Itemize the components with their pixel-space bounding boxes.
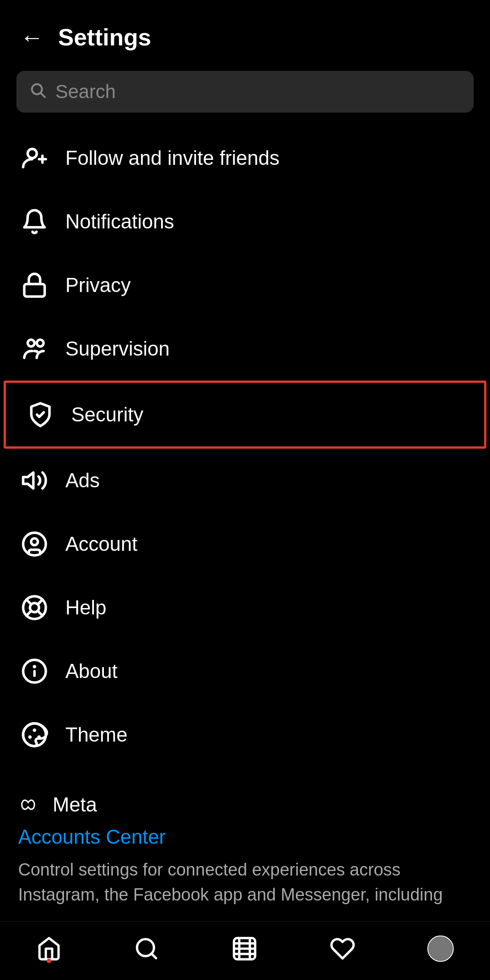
svg-point-22	[28, 735, 32, 739]
svg-line-17	[26, 611, 31, 616]
svg-rect-5	[24, 284, 45, 297]
menu-item-privacy[interactable]: Privacy	[0, 253, 490, 317]
reels-icon	[232, 936, 257, 961]
add-person-icon	[18, 142, 51, 174]
menu-label-privacy: Privacy	[65, 274, 131, 297]
search-container: Search	[0, 62, 490, 126]
meta-brand-label: Meta	[53, 793, 97, 816]
meta-section: Meta Accounts Center Control settings fo…	[0, 773, 490, 916]
profile-avatar	[427, 935, 454, 962]
bell-icon	[18, 205, 51, 238]
menu-label-ads: Ads	[65, 469, 100, 492]
menu-label-notifications: Notifications	[65, 210, 174, 233]
search-placeholder-text: Search	[55, 81, 116, 103]
svg-point-7	[37, 340, 44, 346]
svg-marker-8	[23, 473, 34, 489]
svg-line-14	[38, 611, 43, 616]
svg-line-26	[152, 954, 156, 958]
supervision-icon	[18, 332, 51, 365]
nav-item-profile[interactable]	[414, 931, 467, 966]
search-nav-icon	[134, 936, 159, 961]
search-bar[interactable]: Search	[16, 71, 474, 113]
lock-icon	[18, 269, 51, 302]
svg-line-16	[38, 600, 42, 604]
svg-point-2	[28, 149, 37, 158]
home-notification-dot	[47, 959, 51, 963]
heart-icon	[330, 936, 355, 961]
menu-label-account: Account	[65, 533, 137, 555]
back-button[interactable]: ←	[16, 22, 47, 53]
menu-label-theme: Theme	[65, 723, 127, 746]
lifebuoy-icon	[18, 591, 51, 624]
svg-point-23	[33, 728, 36, 732]
menu-item-about[interactable]: About	[0, 639, 490, 703]
svg-point-10	[31, 539, 38, 545]
palette-icon	[18, 718, 51, 751]
meta-description: Control settings for connected experienc…	[18, 857, 472, 907]
menu-item-supervision[interactable]: Supervision	[0, 317, 490, 381]
home-icon	[36, 936, 62, 961]
page-title: Settings	[58, 24, 151, 51]
meta-logo-icon	[18, 791, 45, 818]
menu-item-security[interactable]: Security	[4, 381, 486, 449]
back-arrow-icon: ←	[20, 25, 44, 49]
menu-label-follow-invite: Follow and invite friends	[65, 147, 279, 169]
menu-label-about: About	[65, 660, 118, 683]
meta-brand: Meta	[18, 791, 472, 818]
menu-item-theme[interactable]: Theme	[0, 703, 490, 767]
svg-line-13	[26, 599, 31, 604]
menu-label-supervision: Supervision	[65, 337, 170, 360]
menu-item-account[interactable]: Account	[0, 512, 490, 576]
search-icon	[29, 81, 46, 103]
menu-item-notifications[interactable]: Notifications	[0, 190, 490, 253]
menu-label-security: Security	[71, 403, 143, 426]
svg-line-1	[41, 93, 45, 97]
svg-point-6	[28, 340, 34, 346]
nav-item-reels[interactable]	[218, 931, 271, 966]
accounts-center-link[interactable]: Accounts Center	[18, 826, 472, 848]
nav-item-home[interactable]	[23, 931, 75, 966]
header: ← Settings	[0, 0, 490, 62]
menu-label-help: Help	[65, 596, 107, 619]
menu-item-help[interactable]: Help	[0, 576, 490, 639]
nav-item-activity[interactable]	[316, 931, 369, 966]
info-icon	[18, 655, 51, 688]
shield-icon	[24, 398, 57, 431]
menu-item-ads[interactable]: Ads	[0, 449, 490, 512]
menu-item-follow-invite[interactable]: Follow and invite friends	[0, 126, 490, 190]
nav-item-search[interactable]	[120, 931, 173, 966]
person-circle-icon	[18, 528, 51, 560]
bottom-nav	[0, 921, 490, 980]
settings-page: ← Settings Search	[0, 0, 490, 980]
menu-list: Follow and invite friends Notifications …	[0, 126, 490, 773]
megaphone-icon	[18, 464, 51, 497]
